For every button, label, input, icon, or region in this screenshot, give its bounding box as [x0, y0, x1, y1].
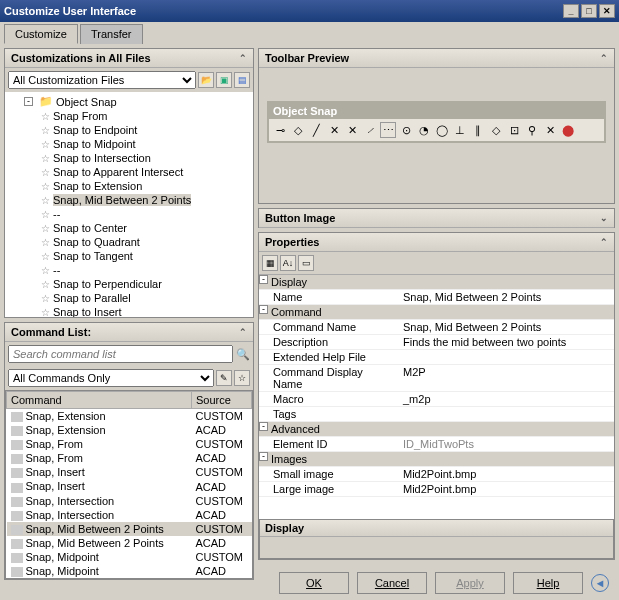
- collapse-icon[interactable]: ⌃: [600, 53, 608, 63]
- tree-item[interactable]: Snap to Parallel: [53, 292, 131, 304]
- table-row[interactable]: Snap, MidpointACAD: [7, 564, 252, 578]
- tree-item[interactable]: Snap to Extension: [53, 180, 142, 192]
- table-row[interactable]: Snap, FromACAD: [7, 451, 252, 465]
- categorize-icon[interactable]: ▦: [262, 255, 278, 271]
- star-icon: ☆: [41, 265, 50, 276]
- prop-elid-val: ID_MidTwoPts: [399, 437, 614, 451]
- tab-transfer[interactable]: Transfer: [80, 24, 143, 44]
- customizations-title: Customizations in All Files: [11, 52, 151, 64]
- table-row[interactable]: Snap, Mid Between 2 PointsCUSTOM: [7, 522, 252, 536]
- apply-button[interactable]: Apply: [435, 572, 505, 594]
- command-icon: [11, 440, 23, 450]
- cat-advanced[interactable]: Advanced: [271, 422, 411, 436]
- col-command[interactable]: Command: [7, 392, 192, 409]
- tree-node-object-snap[interactable]: Object Snap: [56, 96, 117, 108]
- property-help-area: Display: [259, 519, 614, 559]
- cat-command[interactable]: Command: [271, 305, 411, 319]
- minimize-button[interactable]: _: [563, 4, 579, 18]
- collapse-icon[interactable]: ⌃: [239, 53, 247, 63]
- command-icon: [11, 511, 23, 521]
- property-help-title: Display: [260, 520, 613, 537]
- cat-display[interactable]: Display: [271, 275, 411, 289]
- customization-tree[interactable]: -📁 Object Snap ☆ Snap From☆ Snap to Endp…: [5, 92, 253, 317]
- prop-page-icon[interactable]: ▭: [298, 255, 314, 271]
- find-icon[interactable]: ☆: [234, 370, 250, 386]
- star-icon: ☆: [41, 209, 50, 220]
- table-row[interactable]: Snap, InsertACAD: [7, 479, 252, 493]
- table-row[interactable]: Snap, Mid Between 2 PointsACAD: [7, 536, 252, 550]
- collapse-icon[interactable]: ⌃: [600, 237, 608, 247]
- tree-item[interactable]: Snap to Center: [53, 222, 127, 234]
- cancel-button[interactable]: Cancel: [357, 572, 427, 594]
- tab-bar: Customize Transfer: [0, 22, 619, 44]
- tree-item[interactable]: Snap to Quadrant: [53, 236, 140, 248]
- command-icon: [11, 567, 23, 577]
- table-row[interactable]: Snap, InsertCUSTOM: [7, 465, 252, 479]
- tree-item[interactable]: Snap to Endpoint: [53, 124, 137, 136]
- tree-item[interactable]: Snap to Intersection: [53, 152, 151, 164]
- save-as-icon[interactable]: ▤: [234, 72, 250, 88]
- prop-name-val[interactable]: Snap, Mid Between 2 Points: [399, 290, 614, 304]
- table-row[interactable]: Snap, IntersectionACAD: [7, 508, 252, 522]
- table-row[interactable]: Snap, IntersectionCUSTOM: [7, 494, 252, 508]
- tree-item[interactable]: Snap to Tangent: [53, 250, 133, 262]
- table-row[interactable]: Snap, MidpointCUSTOM: [7, 550, 252, 564]
- col-source[interactable]: Source: [192, 392, 252, 409]
- prop-simg-val[interactable]: Mid2Point.bmp: [399, 467, 614, 481]
- maximize-button[interactable]: □: [581, 4, 597, 18]
- new-command-icon[interactable]: ✎: [216, 370, 232, 386]
- command-icon: [11, 426, 23, 436]
- tab-customize[interactable]: Customize: [4, 24, 78, 44]
- command-filter-select[interactable]: All Commands Only: [8, 369, 214, 387]
- tree-item[interactable]: Snap From: [53, 110, 107, 122]
- table-row[interactable]: Snap, ExtensionACAD: [7, 423, 252, 437]
- search-input[interactable]: [8, 345, 233, 363]
- help-button[interactable]: Help: [513, 572, 583, 594]
- close-button[interactable]: ✕: [599, 4, 615, 18]
- prop-macro-val[interactable]: _m2p: [399, 392, 614, 406]
- collapse-icon[interactable]: ⌃: [239, 327, 247, 337]
- star-icon: ☆: [41, 111, 50, 122]
- star-icon: ☆: [41, 139, 50, 150]
- cat-images[interactable]: Images: [271, 452, 411, 466]
- tree-item[interactable]: Snap, Mid Between 2 Points: [53, 194, 191, 206]
- prop-cmdname-val[interactable]: Snap, Mid Between 2 Points: [399, 320, 614, 334]
- command-list-title: Command List:: [11, 326, 91, 338]
- properties-grid[interactable]: -Display NameSnap, Mid Between 2 Points …: [259, 275, 614, 519]
- tree-item[interactable]: Snap to Perpendicular: [53, 278, 162, 290]
- prop-limg-val[interactable]: Mid2Point.bmp: [399, 482, 614, 496]
- toolbar-preview-title: Toolbar Preview: [265, 52, 349, 64]
- preview-toolbar-icons: ⊸◇╱✕✕⟋⋯⊙◔◯⊥∥◇⊡⚲✕⬤: [269, 119, 604, 141]
- command-icon: [11, 497, 23, 507]
- command-icon: [11, 483, 23, 493]
- sort-icon[interactable]: A↓: [280, 255, 296, 271]
- save-icon[interactable]: ▣: [216, 72, 232, 88]
- prop-name-key: Name: [259, 290, 399, 304]
- star-icon: ☆: [41, 279, 50, 290]
- star-icon: ☆: [41, 237, 50, 248]
- command-table[interactable]: Command Source Snap, ExtensionCUSTOMSnap…: [5, 390, 253, 579]
- tree-item[interactable]: Snap to Insert: [53, 306, 122, 317]
- prop-desc-val[interactable]: Finds the mid between two points: [399, 335, 614, 349]
- context-help-icon[interactable]: ◄: [591, 574, 609, 592]
- prop-ehelp-val[interactable]: [399, 350, 614, 364]
- expand-icon[interactable]: ⌄: [600, 213, 608, 223]
- title-bar: Customize User Interface _ □ ✕: [0, 0, 619, 22]
- tree-item[interactable]: Snap to Midpoint: [53, 138, 136, 150]
- star-icon: ☆: [41, 153, 50, 164]
- tree-item[interactable]: --: [53, 264, 60, 276]
- open-icon[interactable]: 📂: [198, 72, 214, 88]
- table-row[interactable]: Snap, ExtensionCUSTOM: [7, 409, 252, 424]
- customization-filter-select[interactable]: All Customization Files: [8, 71, 196, 89]
- button-image-title: Button Image: [265, 212, 335, 224]
- star-icon: ☆: [41, 195, 50, 206]
- star-icon: ☆: [41, 223, 50, 234]
- prop-tags-val[interactable]: [399, 407, 614, 421]
- tree-item[interactable]: Snap to Apparent Intersect: [53, 166, 183, 178]
- ok-button[interactable]: OK: [279, 572, 349, 594]
- tree-item[interactable]: --: [53, 208, 60, 220]
- search-icon[interactable]: 🔍: [236, 348, 250, 361]
- prop-cdname-val[interactable]: M2P: [399, 365, 614, 391]
- table-row[interactable]: Snap, FromCUSTOM: [7, 437, 252, 451]
- star-icon: ☆: [41, 167, 50, 178]
